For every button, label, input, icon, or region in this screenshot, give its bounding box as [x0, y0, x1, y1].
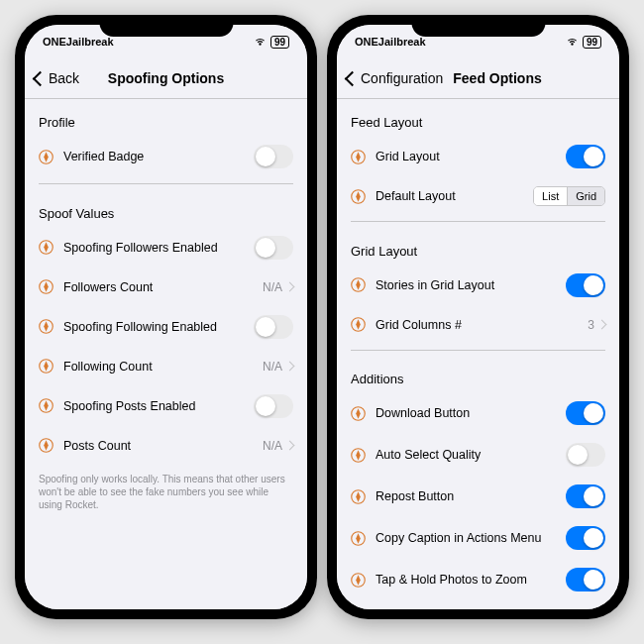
app-icon [39, 398, 54, 413]
phone-left: ONEJailbreak 99 Back Spoofing Options Pr… [15, 15, 317, 619]
app-icon [39, 319, 54, 334]
chevron-right-icon [597, 320, 607, 330]
row-label: Following Count [63, 360, 263, 374]
row-label: Spoofing Followers Enabled [63, 241, 254, 255]
app-icon [351, 150, 366, 164]
divider [351, 221, 605, 222]
notch [99, 15, 233, 37]
toggle-repost[interactable] [566, 484, 605, 508]
row-tap-profile-zoom[interactable]: Tap & Hold Profile Photo to Zoom [337, 600, 619, 609]
app-icon [39, 279, 54, 294]
toggle-verified-badge[interactable] [254, 145, 293, 168]
row-tap-zoom[interactable]: Tap & Hold Photos to Zoom [337, 559, 619, 600]
wifi-icon [566, 37, 579, 47]
row-label: Tap & Hold Photos to Zoom [376, 573, 566, 587]
toggle-stories-grid[interactable] [566, 273, 605, 297]
row-posts-count[interactable]: Posts Count N/A [25, 427, 307, 465]
chevron-right-icon [285, 441, 295, 451]
row-posts-enabled[interactable]: Spoofing Posts Enabled [25, 385, 307, 427]
toggle-posts-enabled[interactable] [254, 394, 293, 418]
nav-bar: Configuration Feed Options [337, 58, 619, 99]
carrier-label: ONEJailbreak [355, 36, 426, 48]
page-title: Feed Options [453, 70, 541, 86]
row-verified-badge[interactable]: Verified Badge [25, 136, 307, 177]
row-label: Verified Badge [63, 150, 254, 163]
section-header-grid-layout: Grid Layout [337, 228, 619, 265]
app-icon [351, 448, 366, 463]
back-label: Back [49, 70, 79, 86]
nav-bar: Back Spoofing Options [25, 58, 307, 99]
row-label: Stories in Grid Layout [376, 278, 566, 292]
row-copy-caption[interactable]: Copy Caption in Actions Menu [337, 517, 619, 559]
row-grid-columns[interactable]: Grid Columns # 3 [337, 306, 619, 344]
app-icon [351, 531, 366, 546]
divider [351, 350, 605, 351]
row-value: N/A [263, 439, 282, 453]
row-label: Auto Select Quality [376, 448, 566, 462]
section-header-spoof-values: Spoof Values [25, 190, 307, 227]
content-area[interactable]: Feed Layout Grid Layout Default Layout L… [337, 99, 619, 609]
app-icon [351, 277, 366, 292]
row-repost[interactable]: Repost Button [337, 476, 619, 517]
toggle-grid-layout[interactable] [566, 145, 605, 168]
footer-note: Spoofing only works locally. This means … [25, 465, 307, 519]
row-label: Spoofing Posts Enabled [63, 399, 254, 413]
row-label: Download Button [376, 406, 566, 420]
row-followers-count[interactable]: Followers Count N/A [25, 268, 307, 306]
row-following-enabled[interactable]: Spoofing Following Enabled [25, 306, 307, 348]
toggle-auto-quality[interactable] [566, 443, 605, 467]
chevron-right-icon [285, 362, 295, 372]
toggle-copy-caption[interactable] [566, 526, 605, 550]
row-label: Default Layout [376, 189, 533, 203]
chevron-right-icon [285, 282, 295, 292]
app-icon [39, 240, 54, 255]
section-header-feed-layout: Feed Layout [337, 99, 619, 136]
row-label: Followers Count [63, 280, 263, 294]
back-label: Configuration [361, 70, 443, 86]
row-auto-quality[interactable]: Auto Select Quality [337, 434, 619, 476]
content-area[interactable]: Profile Verified Badge Spoof Values Spoo… [25, 99, 307, 609]
segment-list[interactable]: List [534, 187, 568, 205]
section-header-profile: Profile [25, 99, 307, 136]
row-value: N/A [263, 280, 282, 294]
segment-grid[interactable]: Grid [568, 187, 604, 205]
chevron-left-icon [33, 70, 49, 86]
app-icon [351, 406, 366, 421]
section-header-additions: Additions [337, 356, 619, 392]
toggle-followers-enabled[interactable] [254, 236, 293, 260]
row-download-button[interactable]: Download Button [337, 392, 619, 434]
row-label: Copy Caption in Actions Menu [376, 531, 566, 545]
row-followers-enabled[interactable]: Spoofing Followers Enabled [25, 227, 307, 268]
row-following-count[interactable]: Following Count N/A [25, 348, 307, 385]
row-label: Repost Button [376, 489, 566, 503]
app-icon [39, 359, 54, 374]
row-label: Posts Count [63, 439, 263, 453]
toggle-tap-zoom[interactable] [566, 568, 605, 591]
back-button[interactable]: Configuration [347, 70, 443, 86]
toggle-download[interactable] [566, 401, 605, 425]
app-icon [39, 150, 54, 164]
row-value: N/A [263, 360, 282, 374]
app-icon [351, 317, 366, 332]
row-label: Grid Columns # [376, 318, 588, 332]
page-title: Spoofing Options [108, 70, 224, 86]
back-button[interactable]: Back [35, 70, 79, 86]
phone-right: ONEJailbreak 99 Configuration Feed Optio… [327, 15, 629, 619]
row-default-layout[interactable]: Default Layout List Grid [337, 177, 619, 215]
chevron-left-icon [345, 70, 361, 86]
segmented-default-layout[interactable]: List Grid [533, 186, 605, 206]
row-label: Grid Layout [376, 150, 566, 163]
row-stories-grid[interactable]: Stories in Grid Layout [337, 265, 619, 306]
toggle-following-enabled[interactable] [254, 315, 293, 339]
row-label: Spoofing Following Enabled [63, 320, 254, 334]
app-icon [351, 189, 366, 204]
battery-icon: 99 [583, 36, 601, 49]
wifi-icon [254, 37, 267, 47]
battery-icon: 99 [270, 36, 289, 49]
app-icon [351, 573, 366, 588]
divider [39, 183, 293, 184]
notch [411, 15, 545, 37]
row-value: 3 [588, 318, 594, 332]
app-icon [39, 438, 54, 453]
row-grid-layout[interactable]: Grid Layout [337, 136, 619, 177]
